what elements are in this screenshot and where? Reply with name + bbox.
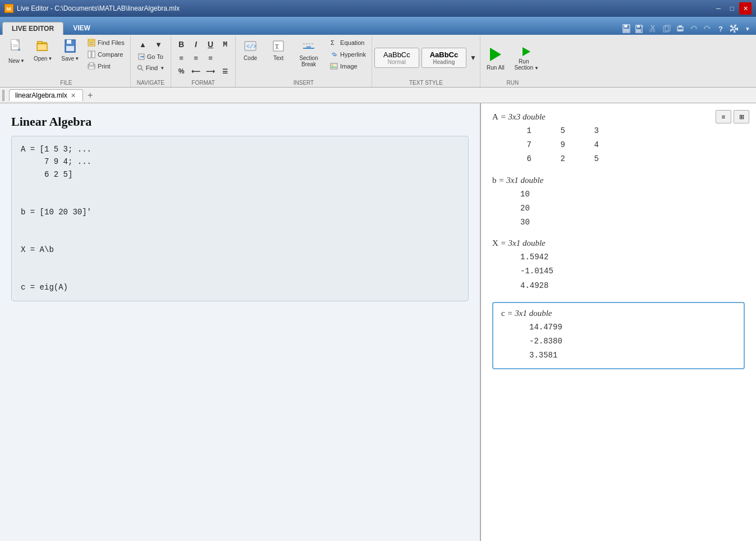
document-heading[interactable]: Linear Algebra [11,114,469,129]
svg-text:Σ: Σ [331,39,335,46]
find-button[interactable]: Find ▼ [134,63,167,73]
c-val-2: -2.8380 [529,334,736,349]
code-insert-button[interactable]: </> Code [238,37,263,65]
tab-live-editor[interactable]: LIVE EDITOR [2,22,63,35]
bold-button[interactable]: B [175,38,188,51]
output-var-A: A = 3x3 double 1 5 3 7 9 4 6 2 5 [492,112,745,167]
mono-button[interactable]: M [218,38,232,51]
heading-style-button[interactable]: AaBbCc Heading [421,48,466,68]
open-button[interactable]: Open ▼ [30,37,56,65]
find-files-label: Find Files [98,39,125,46]
svg-text:+: + [641,24,644,29]
align-right-button[interactable]: ≡ [204,52,217,64]
A-cell-0-2: 3 [582,124,599,138]
run-section-label: Run Section [515,58,533,71]
doc-tab-close-button[interactable]: ✕ [70,92,77,99]
run-all-button[interactable]: Run All [483,43,508,73]
new-icon: + [10,39,23,57]
underline-button[interactable]: U [204,38,217,51]
maximize-button[interactable]: □ [726,2,738,15]
find-label: Find [146,65,158,71]
align-center-button[interactable]: ≡ [189,52,203,64]
svg-rect-43 [89,67,94,69]
tab-drag-handle[interactable] [2,90,4,101]
italic-button[interactable]: I [189,38,203,51]
indent-dec-button[interactable]: ⟵ [189,65,203,77]
section-break-icon [302,39,315,54]
output-list-view-button[interactable]: ≡ [716,110,731,123]
text-insert-button[interactable]: T Text [266,37,291,65]
nav-down-button[interactable]: ▼ [152,38,165,51]
ribbon-group-textstyle: AaBbCc Normal AaBbCc Heading ▼ TEXT STYL… [372,36,480,87]
tab-view[interactable]: VIEW [63,21,100,35]
code-line-6: b = [10 20 30]' [21,206,459,218]
equation-button[interactable]: Σ Equation [327,37,369,48]
text-icon: T [272,39,285,54]
output-grid-view-button[interactable]: ⊞ [734,110,749,123]
output-b-header: b = 3x1 double [492,176,745,185]
file-group-label: FILE [60,80,72,86]
file-small-buttons: Find Files Compare Print [84,37,128,72]
app-icon: M [4,4,13,13]
svg-rect-6 [637,25,640,27]
find-dropdown-icon: ▼ [160,66,164,71]
svg-rect-30 [37,44,47,51]
new-tab-button[interactable]: + [84,89,97,102]
textstyle-dropdown-button[interactable]: ▼ [469,52,478,64]
image-label: Image [340,63,358,70]
ribbon-group-insert: </> Code T Text Section Break [236,36,372,87]
qat-print-icon[interactable] [674,22,686,35]
editor-pane: Linear Algebra A = [1 5 3; ... 7 9 4; ..… [0,103,481,541]
quick-access-toolbar: + ? ▼ [620,22,754,35]
svg-rect-39 [92,51,95,58]
new-button[interactable]: + New ▼ [4,37,29,66]
svg-rect-24 [11,40,16,43]
run-section-icon [520,45,533,57]
A-cell-1-0: 7 [515,138,532,152]
save-button[interactable]: Save ▼ [57,37,83,65]
hyperlink-button[interactable]: Hyperlink [327,49,369,60]
document-tabs: linearAlgebra.mlx ✕ + [0,88,756,103]
output-A-type: 3x3 double [508,112,545,121]
run-section-button[interactable]: Run Section ▼ [511,43,543,73]
svg-rect-56 [306,46,311,49]
print-button[interactable]: Print [84,61,128,72]
run-section-dropdown-icon: ▼ [534,66,539,71]
qat-help-icon[interactable]: ? [714,22,727,35]
nav-up-button[interactable]: ▲ [136,38,149,51]
minimize-button[interactable]: ─ [712,2,725,15]
text-insert-label: Text [273,55,283,61]
compare-button[interactable]: Compare [84,49,128,60]
svg-marker-19 [708,27,711,29]
section-break-button[interactable]: Section Break [294,37,323,70]
title-bar: M Live Editor - C:\Documents\MATLAB\line… [0,0,756,17]
qat-redo-icon [701,22,713,35]
normal-style-sublabel: Normal [382,59,412,65]
A-cell-1-2: 4 [582,138,599,152]
textstyle-group-label: TEXT STYLE [409,80,443,86]
align-left-button[interactable]: ≡ [175,52,188,64]
image-button[interactable]: Image [327,61,369,72]
qat-saveas-icon[interactable]: + [634,22,646,35]
close-button[interactable]: ✕ [739,2,752,15]
code-block-1[interactable]: A = [1 5 3; ... 7 9 4; ... 6 2 5] b = [1… [11,136,469,301]
c-val-1: 14.4799 [529,320,736,334]
svg-point-11 [649,30,652,32]
output-A-row-1: 1 5 3 [515,124,745,138]
code-insert-label: Code [244,55,257,61]
qat-save-icon[interactable] [620,22,633,35]
output-pane: ≡ ⊞ A = 3x3 double 1 5 3 7 9 4 6 [481,103,756,541]
output-A-row-3: 6 2 5 [515,152,745,166]
code-line-8 [21,231,459,244]
qat-settings-icon[interactable] [728,22,740,35]
list-button[interactable]: ☰ [218,65,232,77]
svg-rect-32 [67,40,71,44]
find-files-button[interactable]: Find Files [84,37,128,48]
goto-button[interactable]: Go To [135,52,166,62]
output-X-header: X = 3x1 double [492,239,745,248]
doc-tab-linearalgebra[interactable]: linearAlgebra.mlx ✕ [9,89,83,101]
qat-arrow-icon[interactable]: ▼ [741,22,754,35]
normal-style-button[interactable]: AaBbCc Normal [374,48,419,68]
indent-inc-button[interactable]: ⟶ [204,65,217,77]
percent-button[interactable]: % [175,65,188,77]
